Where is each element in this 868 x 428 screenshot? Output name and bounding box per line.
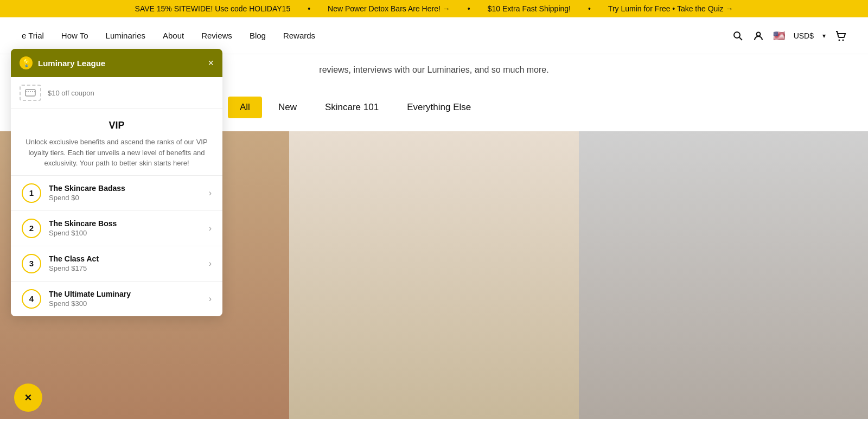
vip-description: Unlock exclusive benefits and ascend the… [22,137,212,169]
tier-chevron-1: › [209,188,212,198]
svg-line-1 [739,37,742,40]
tier-list: 1 The Skincare Badass Spend $0 › 2 The S… [11,176,222,316]
bulb-icon: 💡 [20,56,33,69]
svg-rect-5 [25,90,35,96]
filter-tab-all[interactable]: All [228,97,262,118]
nav-links: e Trial How To Luminaries About Reviews … [22,31,315,40]
tier-badge-3: 3 [22,254,41,273]
tier-info-2: The Skincare Boss Spend $100 [49,219,209,237]
banner-item-3[interactable]: $10 Extra Fast Shipping! [488,4,571,13]
tier-spend-2: Spend $100 [49,229,209,237]
tier-spend-3: Spend $175 [49,264,209,272]
nav-link-about[interactable]: About [163,31,184,40]
hero-image-center [289,131,578,419]
svg-point-0 [734,32,740,38]
nav-link-blog[interactable]: Blog [250,31,266,40]
search-icon[interactable] [732,30,744,42]
tier-info-3: The Class Act Spend $175 [49,254,209,272]
chevron-down-icon[interactable]: ▾ [822,32,826,40]
svg-point-3 [839,39,840,41]
banner-item-2[interactable]: New Power Detox Bars Are Here! → [328,4,450,13]
filter-tab-new[interactable]: New [266,97,309,118]
nav-link-rewards[interactable]: Rewards [283,31,315,40]
luminary-popup: 💡 Luminary League × $10 off coupon VIP U… [11,49,222,316]
nav-link-luminaries[interactable]: Luminaries [106,31,145,40]
tier-item-1[interactable]: 1 The Skincare Badass Spend $0 › [11,176,222,211]
tier-chevron-3: › [209,259,212,269]
dot-3: • [588,4,591,13]
popup-header-left: 💡 Luminary League [20,56,105,69]
dot-2: • [468,4,470,13]
nav-link-reviews[interactable]: Reviews [201,31,232,40]
tier-info-1: The Skincare Badass Spend $0 [49,184,209,202]
account-icon[interactable] [752,30,764,42]
popup-header: 💡 Luminary League × [11,49,222,77]
person-image-right [579,131,868,419]
popup-close-button[interactable]: × [208,58,214,69]
coupon-text: $10 off coupon [48,89,94,97]
cart-icon[interactable] [834,30,846,42]
main-content: reviews, interviews with our Luminaries,… [0,54,868,419]
tier-item-4[interactable]: 4 The Ultimate Luminary Spend $300 › [11,282,222,316]
currency-selector[interactable]: USD$ [794,31,814,40]
nav-right: 🇺🇸 USD$ ▾ [732,30,846,42]
vip-title: VIP [22,120,212,131]
tier-name-1: The Skincare Badass [49,184,209,193]
person-image-center [289,131,578,419]
filter-tab-skincare101[interactable]: Skincare 101 [313,97,391,118]
tier-name-4: The Ultimate Luminary [49,290,209,298]
svg-point-4 [843,39,844,41]
coupon-icon [20,85,41,101]
dot-1: • [308,4,310,13]
content-description: reviews, interviews with our Luminaries,… [228,65,640,75]
hero-image-right [579,131,868,419]
tier-badge-4: 4 [22,289,41,309]
top-banner: SAVE 15% SITEWIDE! Use code HOLIDAY15 • … [0,0,868,17]
tier-chevron-2: › [209,223,212,233]
popup-coupon: $10 off coupon [11,77,222,109]
tier-badge-1: 1 [22,183,41,203]
tier-item-2[interactable]: 2 The Skincare Boss Spend $100 › [11,211,222,246]
banner-item-4[interactable]: Try Lumin for Free • Take the Quiz → [608,4,733,13]
tier-badge-2: 2 [22,219,41,238]
tier-chevron-4: › [209,294,212,304]
banner-item-1[interactable]: SAVE 15% SITEWIDE! Use code HOLIDAY15 [135,4,291,13]
flag-icon: 🇺🇸 [773,30,785,42]
tier-item-3[interactable]: 3 The Class Act Spend $175 › [11,246,222,282]
bottom-close-button[interactable]: × [14,384,42,412]
svg-point-2 [756,32,760,36]
nav-link-trial[interactable]: e Trial [22,31,44,40]
nav-link-howto[interactable]: How To [61,31,88,40]
tier-spend-4: Spend $300 [49,299,209,308]
popup-title: Luminary League [38,59,105,68]
tier-spend-1: Spend $0 [49,194,209,202]
filter-tab-everythingelse[interactable]: Everything Else [395,97,483,118]
tier-info-4: The Ultimate Luminary Spend $300 [49,290,209,308]
popup-vip-section: VIP Unlock exclusive benefits and ascend… [11,109,222,176]
tier-name-2: The Skincare Boss [49,219,209,228]
tier-name-3: The Class Act [49,254,209,263]
